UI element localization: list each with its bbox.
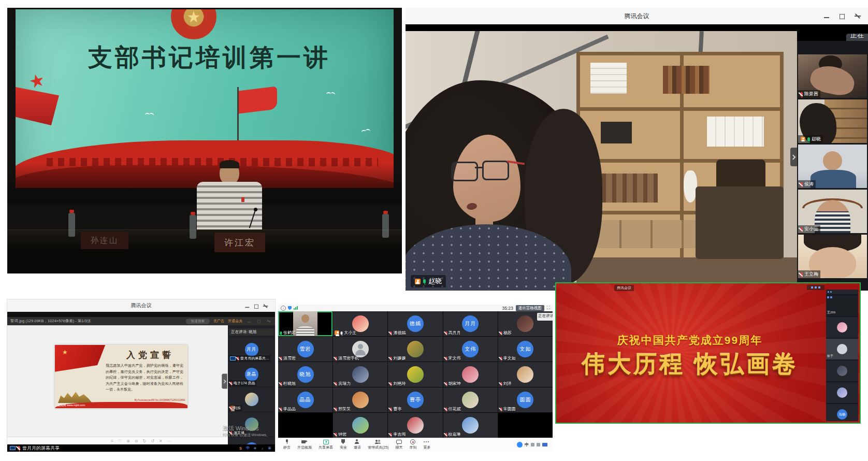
participant-tile[interactable]: 雪岩 温雪岩 xyxy=(278,337,332,362)
watermark: By:huaxiaoyao99 No.2015898(712501)2891 xyxy=(135,398,185,401)
toolbar-button[interactable]: 管理成员(25) xyxy=(368,439,388,450)
maximize-button[interactable] xyxy=(254,304,259,309)
participant-thumbnail[interactable]: 王立梅 xyxy=(798,235,867,278)
participant-tile[interactable]: 文如 李文如 xyxy=(498,337,553,362)
toolbar-button[interactable]: 聊天 xyxy=(395,439,402,450)
participant-name: 邢笑笑 xyxy=(338,406,351,412)
sidebar-collapse-chevron-icon[interactable] xyxy=(790,148,797,166)
participant-thumbnail[interactable]: 侯涛 xyxy=(798,145,867,188)
participant-avatar xyxy=(352,366,369,383)
toolbar-button[interactable]: 开启视频 xyxy=(297,439,312,450)
participant-tile[interactable]: 李吉闯 xyxy=(388,413,442,438)
tray-icon[interactable]: ♪ xyxy=(259,445,265,451)
minimize-button[interactable] xyxy=(245,304,250,309)
tray-icon[interactable] xyxy=(542,443,547,446)
mic-icon xyxy=(445,356,447,359)
fullscreen-icon[interactable]: ⛶ xyxy=(547,305,550,311)
main-speaker-video[interactable]: 赵晓 xyxy=(406,31,797,291)
viewer-tool-icon[interactable]: ✕ xyxy=(159,439,163,443)
toolbar-button[interactable]: 安全 xyxy=(340,439,347,450)
window-titlebar: 腾讯会议 xyxy=(7,299,275,312)
participant-thumbnail[interactable]: 安小云 xyxy=(798,190,867,233)
participant-thumbnail[interactable] xyxy=(826,361,858,381)
viewer-tool-icon[interactable]: ↺ xyxy=(151,439,154,443)
participant-thumbnail[interactable] xyxy=(826,382,858,403)
viewer-minimize-button[interactable] xyxy=(247,319,251,323)
mic-icon xyxy=(390,356,392,359)
tray-icon[interactable]: ▣ xyxy=(267,445,272,451)
participant-thumbnail[interactable]: 马杨 xyxy=(826,404,858,421)
viewer-search-input[interactable]: 快速搜索 xyxy=(186,319,210,324)
tray-app-icon[interactable] xyxy=(517,442,523,448)
participant-thumbnail[interactable]: 板子 xyxy=(826,339,858,359)
participant-thumbnail[interactable]: 王299 xyxy=(826,295,858,316)
toolbar-button[interactable]: 静音 xyxy=(283,439,291,450)
participant-avatar: 雪岩 xyxy=(297,341,314,357)
vip-upgrade-link[interactable]: 开通会员 xyxy=(228,319,242,324)
close-button[interactable] xyxy=(263,304,268,309)
participant-tile[interactable]: 胡家坤 xyxy=(443,362,498,387)
participant-name: 常圆圆 xyxy=(503,406,516,412)
ime-chinese-icon[interactable]: 中 xyxy=(525,442,529,448)
tray-icon[interactable] xyxy=(531,443,534,446)
exit-grid-view-button[interactable]: 退出宫格视图 xyxy=(516,305,544,311)
participant-tile[interactable]: 刘洋 xyxy=(498,362,553,387)
participant-tile[interactable]: 晶晶 李晶晶 xyxy=(278,387,332,412)
participant-tile[interactable]: 刘媛媛 xyxy=(388,337,442,362)
toolbar-button[interactable]: 邀请 xyxy=(354,439,361,450)
participant-avatar: 晓旭 xyxy=(297,366,314,383)
tray-icon[interactable] xyxy=(537,443,540,446)
participant-tile[interactable]: 德嫣 潘德嫣 xyxy=(388,311,442,336)
participant-tile[interactable]: 文伟 宋文伟 xyxy=(443,337,498,362)
minimize-button[interactable] xyxy=(823,13,830,19)
system-tray: 中 xyxy=(517,442,547,448)
participant-tile[interactable]: 温雪岩手机 xyxy=(333,337,387,362)
participant-thumbnail[interactable]: 刘乐 xyxy=(229,387,274,411)
viewer-tool-icon[interactable]: ⊕ xyxy=(126,439,130,443)
participant-tile[interactable]: 房瑞力 xyxy=(333,362,387,387)
participant-tile[interactable]: 钟岩 xyxy=(333,413,387,438)
participant-tile[interactable]: 邢笑笑 xyxy=(333,387,387,412)
toolbar-button[interactable]: 更多 xyxy=(423,439,430,450)
participant-tile[interactable]: 大小王 xyxy=(333,311,387,336)
participant-name: 李吉闯 xyxy=(393,431,406,437)
toolbar-button[interactable]: 录制 xyxy=(409,439,416,450)
viewer-tool-icon[interactable]: ♡ xyxy=(118,439,122,443)
tray-icon[interactable]: ◈ xyxy=(252,445,258,451)
participant-tile[interactable]: 晓旭 杜晓旭 xyxy=(278,362,332,387)
participant-name: 温雪岩 xyxy=(283,355,296,361)
viewer-tool-icon[interactable]: ⋯ xyxy=(167,439,171,443)
party-emblem-icon: ★ xyxy=(171,9,216,39)
participant-tile[interactable]: 张鹤若 xyxy=(278,311,332,336)
participant-tile[interactable]: 曹亭 曹亭 xyxy=(388,387,442,412)
tray-icon[interactable]: S xyxy=(238,445,243,451)
participant-tile[interactable]: 月月 高月月 xyxy=(443,311,498,336)
participant-tile[interactable]: 任花妮 xyxy=(443,387,498,412)
participant-avatar xyxy=(517,315,533,332)
participant-tile[interactable]: 圆圆 常圆圆 xyxy=(498,387,553,412)
viewer-close-button[interactable] xyxy=(267,319,270,323)
participant-thumbnail[interactable] xyxy=(826,317,858,338)
viewer-tool-icon[interactable]: ≡ xyxy=(111,439,113,443)
participant-name: 曾月月的屏幕共… xyxy=(240,356,269,361)
viewer-maximize-button[interactable] xyxy=(257,319,261,323)
viewer-tool-icon[interactable]: ↻ xyxy=(143,439,147,443)
windows-activation-watermark: 激活 Windows 转到“设置”以激活 Windows。 xyxy=(223,425,270,438)
sidebar-collapse-chevron-icon[interactable] xyxy=(222,374,227,389)
participant-tile[interactable]: 校嘉琳 xyxy=(443,413,498,438)
maximize-button[interactable] xyxy=(839,13,845,19)
participant-thumbnail[interactable]: 月月 曾月月的屏幕共… xyxy=(229,338,274,362)
viewer-tool-icon[interactable]: ⊖ xyxy=(135,439,138,443)
participant-thumbnail[interactable]: 赵晓 xyxy=(798,99,867,143)
participant-avatar: 马杨 xyxy=(837,409,847,420)
tray-icon[interactable]: 中 xyxy=(245,445,251,451)
participant-tile[interactable]: 刘艳玲 xyxy=(388,362,442,387)
participant-thumbnail[interactable]: 陈景茜 xyxy=(798,54,867,98)
remove-ads-link[interactable]: 去广告 xyxy=(213,319,224,324)
participant-tile[interactable] xyxy=(498,413,553,438)
toolbar-icon xyxy=(340,439,346,444)
close-button[interactable] xyxy=(855,13,861,19)
toolbar-button[interactable]: 共享屏幕 xyxy=(319,439,333,450)
participant-thumbnail[interactable]: 唐晶 电子174 唐晶 xyxy=(229,363,274,386)
participant-tile[interactable] xyxy=(278,413,332,438)
